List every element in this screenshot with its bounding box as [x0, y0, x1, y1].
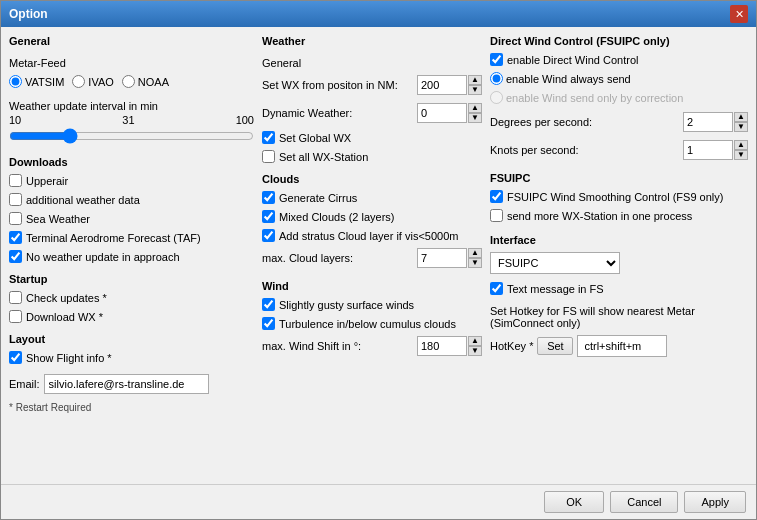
window-title: Option: [9, 7, 48, 21]
hotkey-label: HotKey *: [490, 340, 533, 352]
knots-row: Knots per second: ▲ ▼: [490, 140, 748, 160]
radio-vatsim[interactable]: VATSIM: [9, 75, 64, 88]
degrees-label: Degrees per second:: [490, 116, 683, 128]
check-stratus-cloud[interactable]: Add stratus Cloud layer if vis<5000m: [262, 229, 482, 242]
clouds-title: Clouds: [262, 173, 482, 185]
check-upperair[interactable]: Upperair: [9, 174, 254, 187]
check-set-global-wx[interactable]: Set Global WX: [262, 131, 482, 144]
wx-from-row: Set WX from positon in NM: ▲ ▼: [262, 75, 482, 95]
wx-from-up[interactable]: ▲: [468, 75, 482, 85]
dynamic-weather-input[interactable]: [417, 103, 467, 123]
text-message-label: Text message in FS: [507, 283, 604, 295]
check-additional-weather[interactable]: additional weather data: [9, 193, 254, 206]
set-all-wx-label: Set all WX-Station: [279, 151, 368, 163]
apply-button[interactable]: Apply: [684, 491, 746, 513]
check-show-flight-info[interactable]: Show Flight info *: [9, 351, 254, 364]
title-bar: Option ✕: [1, 1, 756, 27]
wind-title: Wind: [262, 280, 482, 292]
radio-wind-correction[interactable]: enable Wind send only by correction: [490, 91, 748, 104]
knots-input[interactable]: [683, 140, 733, 160]
check-sea-weather[interactable]: Sea Weather: [9, 212, 254, 225]
interface-select[interactable]: FSUIPC SimConnect: [490, 252, 620, 274]
weather-interval-slider[interactable]: [9, 128, 254, 144]
knots-spinner: ▲ ▼: [734, 140, 748, 160]
check-gusty-winds[interactable]: Slightly gusty surface winds: [262, 298, 482, 311]
max-cloud-up[interactable]: ▲: [468, 248, 482, 258]
general-title: General: [9, 35, 254, 47]
ok-button[interactable]: OK: [544, 491, 604, 513]
additional-weather-label: additional weather data: [26, 194, 140, 206]
footer: OK Cancel Apply: [1, 484, 756, 519]
fsuipc-title: FSUIPC: [490, 172, 748, 184]
max-wind-shift-row: max. Wind Shift in °: ▲ ▼: [262, 336, 482, 356]
max-wind-shift-spinner: ▲ ▼: [468, 336, 482, 356]
metar-feed-radio-group: VATSIM IVAO NOAA: [9, 75, 254, 88]
knots-down[interactable]: ▼: [734, 150, 748, 160]
max-wind-shift-input[interactable]: [417, 336, 467, 356]
enable-wind-always-label: enable Wind always send: [506, 73, 631, 85]
check-no-update-approach[interactable]: No weather update in approach: [9, 250, 254, 263]
degrees-up[interactable]: ▲: [734, 112, 748, 122]
max-cloud-layers-row: max. Cloud layers: ▲ ▼: [262, 248, 482, 268]
close-button[interactable]: ✕: [730, 5, 748, 23]
dynamic-weather-label: Dynamic Weather:: [262, 107, 417, 119]
check-send-more-wx[interactable]: send more WX-Station in one process: [490, 209, 748, 222]
dynamic-weather-row: Dynamic Weather: ▲ ▼: [262, 103, 482, 123]
check-text-message[interactable]: Text message in FS: [490, 282, 748, 295]
check-download-wx[interactable]: Download WX *: [9, 310, 254, 323]
knots-up[interactable]: ▲: [734, 140, 748, 150]
dynamic-weather-up[interactable]: ▲: [468, 103, 482, 113]
hotkey-desc: Set Hotkey for FS will show nearest Meta…: [490, 305, 748, 329]
enable-wind-correction-label: enable Wind send only by correction: [506, 92, 683, 104]
check-mixed-clouds[interactable]: Mixed Clouds (2 layers): [262, 210, 482, 223]
slider-max: 100: [236, 114, 254, 126]
hotkey-value: ctrl+shift+m: [577, 335, 667, 357]
email-input[interactable]: [44, 374, 209, 394]
check-check-updates[interactable]: Check updates *: [9, 291, 254, 304]
check-turbulence[interactable]: Turbulence in/below cumulus clouds: [262, 317, 482, 330]
degrees-input[interactable]: [683, 112, 733, 132]
radio-noaa-label: NOAA: [138, 76, 169, 88]
email-label: Email:: [9, 378, 40, 390]
weather-interval-section: Weather update interval in min 10 31 100: [9, 96, 254, 146]
check-enable-direct-wind[interactable]: enable Direct Wind Control: [490, 53, 748, 66]
main-window: Option ✕ General Metar-Feed VATSIM IVAO …: [0, 0, 757, 520]
radio-ivao[interactable]: IVAO: [72, 75, 113, 88]
max-cloud-layers-input[interactable]: [417, 248, 467, 268]
weather-general-title: General: [262, 57, 482, 69]
hotkey-row: HotKey * Set ctrl+shift+m: [490, 335, 748, 357]
degrees-spinner: ▲ ▼: [734, 112, 748, 132]
layout-title: Layout: [9, 333, 254, 345]
startup-title: Startup: [9, 273, 254, 285]
max-wind-up[interactable]: ▲: [468, 336, 482, 346]
check-fsuipc-smoothing[interactable]: FSUIPC Wind Smoothing Control (FS9 only): [490, 190, 748, 203]
wx-from-input[interactable]: [417, 75, 467, 95]
slider-val: 31: [122, 114, 134, 126]
radio-wind-always[interactable]: enable Wind always send: [490, 72, 748, 85]
radio-noaa[interactable]: NOAA: [122, 75, 169, 88]
email-row: Email:: [9, 374, 254, 394]
check-taf[interactable]: Terminal Aerodrome Forecast (TAF): [9, 231, 254, 244]
hotkey-set-button[interactable]: Set: [537, 337, 573, 355]
middle-panel: Weather General Set WX from positon in N…: [262, 35, 482, 476]
check-set-all-wx[interactable]: Set all WX-Station: [262, 150, 482, 163]
check-generate-cirrus[interactable]: Generate Cirrus: [262, 191, 482, 204]
metar-feed-title: Metar-Feed: [9, 57, 254, 69]
restart-note: * Restart Required: [9, 402, 254, 413]
cancel-button[interactable]: Cancel: [610, 491, 678, 513]
left-panel: General Metar-Feed VATSIM IVAO NOAA Weat…: [9, 35, 254, 476]
slider-min: 10: [9, 114, 21, 126]
weather-title: Weather: [262, 35, 482, 47]
wx-from-down[interactable]: ▼: [468, 85, 482, 95]
dynamic-weather-down[interactable]: ▼: [468, 113, 482, 123]
degrees-down[interactable]: ▼: [734, 122, 748, 132]
max-cloud-layers-label: max. Cloud layers:: [262, 252, 417, 264]
degrees-row: Degrees per second: ▲ ▼: [490, 112, 748, 132]
enable-direct-wind-label: enable Direct Wind Control: [507, 54, 638, 66]
radio-vatsim-label: VATSIM: [25, 76, 64, 88]
max-wind-down[interactable]: ▼: [468, 346, 482, 356]
max-cloud-down[interactable]: ▼: [468, 258, 482, 268]
dynamic-weather-spinner: ▲ ▼: [468, 103, 482, 123]
radio-ivao-label: IVAO: [88, 76, 113, 88]
max-cloud-layers-spinner: ▲ ▼: [468, 248, 482, 268]
